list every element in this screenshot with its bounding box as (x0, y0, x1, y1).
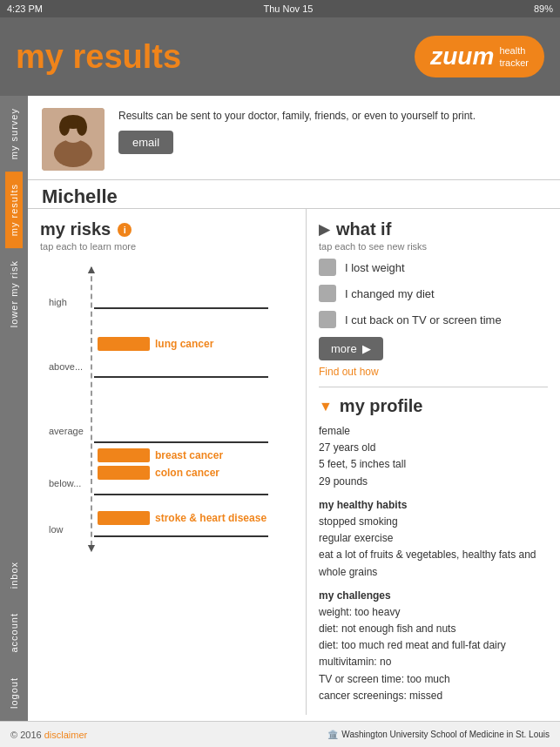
checkbox-2[interactable] (319, 285, 336, 302)
two-col-section: my risks i tap each to learn more ▲ ▼ hi… (28, 208, 560, 715)
below-line (94, 494, 268, 495)
logo-zuum-text: zuum (430, 43, 494, 71)
whatif-text-1: I lost weight (345, 261, 405, 274)
user-info-block: Results can be sent to your doctor, fami… (118, 108, 546, 154)
email-button[interactable]: email (118, 131, 173, 154)
healthy-habits-title: my healthy habits (319, 497, 548, 514)
washu-icon: 🏛️ (327, 730, 338, 739)
colon-cancer-bar-group[interactable]: colon cancer (98, 466, 219, 480)
challenge-2: diet: not enough fish and nuts (319, 621, 548, 637)
stroke-bar (98, 511, 150, 525)
challenge-6: cancer screenings: missed (319, 688, 548, 704)
colon-cancer-label: colon cancer (155, 467, 219, 479)
challenge-3: diet: too much red meat and full-fat dai… (319, 637, 548, 654)
lung-cancer-bar (98, 337, 150, 351)
whatif-option-3[interactable]: I cut back on TV or screen time (319, 311, 548, 328)
sidebar-item-lower-my-risk[interactable]: lower my risk (5, 248, 23, 340)
chart-arrow-up: ▲ (85, 262, 98, 276)
breast-cancer-bar (98, 448, 150, 462)
risk-label-average: average (49, 426, 84, 436)
more-button[interactable]: more ▶ (319, 337, 383, 360)
find-out-link[interactable]: Find out how (319, 366, 548, 378)
content-area: Results can be sent to your doctor, fami… (28, 96, 560, 721)
sidebar-item-logout[interactable]: logout (5, 665, 23, 721)
profile-section: ▼ my profile female 27 years old 5 feet,… (319, 387, 548, 704)
checkbox-1[interactable] (319, 259, 336, 276)
whatif-section: ▶ what if tap each to see new risks I lo… (319, 219, 548, 378)
avatar (42, 108, 105, 171)
svg-point-4 (59, 118, 70, 136)
lung-cancer-label: lung cancer (155, 338, 213, 350)
profile-challenges: my challenges weight: too heavy diet: no… (319, 588, 548, 704)
status-bar: 4:23 PM Thu Nov 15 89% (0, 0, 560, 17)
high-line (94, 307, 268, 309)
profile-basic-info: female 27 years old 5 feet, 5 inches tal… (319, 423, 548, 490)
user-section: Results can be sent to your doctor, fami… (28, 96, 560, 180)
low-line (94, 535, 268, 537)
svg-point-1 (54, 139, 92, 167)
whatif-option-1[interactable]: I lost weight (319, 259, 548, 276)
svg-point-5 (77, 118, 87, 136)
habit-1: stopped smoking (319, 514, 548, 530)
profile-height: 5 feet, 5 inches tall (319, 456, 548, 473)
risk-label-below: below... (49, 478, 81, 488)
challenge-5: TV or screen time: too much (319, 671, 548, 688)
more-arrow-icon: ▶ (362, 342, 371, 355)
page-title: my results (16, 38, 181, 76)
risks-title: my risks i (40, 219, 293, 239)
risk-chart: ▲ ▼ high above... average below... low (49, 259, 293, 555)
habit-3: eat a lot of fruits & vegetables, health… (319, 547, 548, 580)
challenge-1: weight: too heavy (319, 604, 548, 621)
footer-copyright: © 2016 disclaimer (10, 730, 87, 740)
risk-label-above: above... (49, 361, 83, 372)
triangle-down-icon: ▼ (319, 399, 333, 414)
breast-cancer-label: breast cancer (155, 449, 223, 461)
status-day: Thu Nov 15 (264, 3, 314, 14)
habit-2: regular exercise (319, 530, 548, 547)
above-line (94, 376, 268, 378)
challenges-title: my challenges (319, 588, 548, 604)
footer-institution: 🏛️ Washington University School of Medic… (327, 730, 550, 739)
whatif-title: ▶ what if (319, 219, 548, 239)
sidebar-item-inbox[interactable]: inbox (5, 549, 23, 601)
profile-age: 27 years old (319, 440, 548, 456)
sidebar: my survey my results lower my risk inbox… (0, 96, 28, 721)
challenge-4: multivitamin: no (319, 654, 548, 670)
triangle-right-icon: ▶ (319, 221, 329, 238)
chart-arrow-down: ▼ (85, 541, 98, 555)
stroke-label: stroke & heart disease (155, 512, 267, 524)
whatif-option-2[interactable]: I changed my diet (319, 285, 548, 302)
sidebar-item-my-results[interactable]: my results (5, 172, 23, 248)
sidebar-item-account[interactable]: account (5, 601, 23, 665)
app-logo: zuum health tracker (415, 36, 544, 77)
whatif-subtitle: tap each to see new risks (319, 241, 548, 252)
footer: © 2016 disclaimer 🏛️ Washington Universi… (0, 721, 560, 747)
info-icon[interactable]: i (118, 223, 132, 237)
checkbox-3[interactable] (319, 311, 336, 328)
main-layout: my survey my results lower my risk inbox… (0, 96, 560, 721)
breast-cancer-bar-group[interactable]: breast cancer (98, 448, 223, 462)
risk-label-low: low (49, 524, 64, 535)
status-battery: 89% (534, 3, 553, 14)
risk-label-high: high (49, 297, 67, 307)
logo-sub-text: health tracker (499, 44, 529, 70)
profile-female: female (319, 423, 548, 440)
whatif-text-2: I changed my diet (345, 287, 435, 300)
status-time: 4:23 PM (7, 3, 43, 14)
risks-section: my risks i tap each to learn more ▲ ▼ hi… (28, 209, 307, 715)
user-info-text: Results can be sent to your doctor, fami… (118, 108, 546, 124)
average-line (94, 441, 268, 443)
stroke-bar-group[interactable]: stroke & heart disease (98, 511, 267, 525)
chart-axis (91, 267, 92, 546)
username: Michelle (28, 185, 560, 208)
colon-cancer-bar (98, 466, 150, 480)
institution-name: Washington University School of Medicine… (341, 730, 550, 739)
lung-cancer-bar-group[interactable]: lung cancer (98, 337, 213, 351)
whatif-text-3: I cut back on TV or screen time (345, 313, 502, 326)
profile-healthy-habits: my healthy habits stopped smoking regula… (319, 497, 548, 581)
footer-disclaimer-link[interactable]: disclaimer (44, 730, 88, 740)
risks-subtitle: tap each to learn more (40, 241, 293, 252)
profile-title: ▼ my profile (319, 396, 548, 416)
profile-weight: 29 pounds (319, 474, 548, 490)
sidebar-item-my-survey[interactable]: my survey (5, 96, 23, 172)
